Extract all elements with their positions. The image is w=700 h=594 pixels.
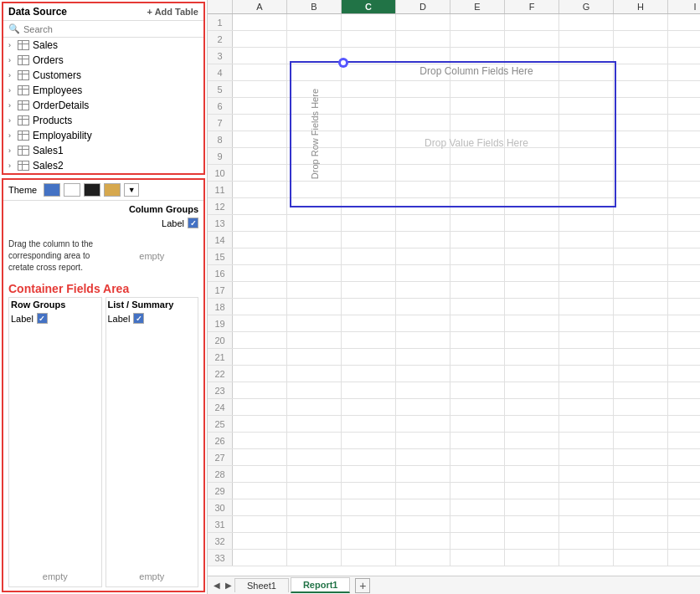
grid-cell[interactable] [614,182,668,197]
grid-cell[interactable] [559,282,614,298]
grid-cell[interactable] [396,14,450,30]
grid-cell[interactable] [668,516,700,532]
grid-cell[interactable] [450,399,505,415]
list-item[interactable]: › Employees [3,83,203,98]
grid-cell[interactable] [505,232,559,248]
grid-cell[interactable] [233,248,287,264]
grid-cell[interactable] [233,31,287,47]
grid-cell[interactable] [559,466,614,482]
grid-cell[interactable] [559,399,614,415]
grid-cell[interactable] [450,516,505,532]
grid-cell[interactable] [233,81,287,97]
grid-cell[interactable] [233,349,287,365]
grid-cell[interactable] [342,31,396,47]
grid-cell[interactable] [450,215,505,231]
grid-cell[interactable] [233,332,287,348]
grid-cell[interactable] [505,349,559,365]
grid-cell[interactable] [559,483,614,499]
grid-cell[interactable] [614,433,668,448]
grid-cell[interactable] [342,416,396,432]
tab-sheet1[interactable]: Sheet1 [234,578,289,592]
grid-cell[interactable] [396,332,450,348]
grid-cell[interactable] [396,265,450,281]
grid-cell[interactable] [505,215,559,231]
grid-cell[interactable] [450,366,505,381]
grid-cell[interactable] [668,48,700,64]
grid-cell[interactable] [614,332,668,348]
grid-cell[interactable] [559,31,614,47]
grid-cell[interactable] [559,248,614,264]
grid-cell[interactable] [614,349,668,365]
grid-cell[interactable] [668,182,700,197]
grid-cell[interactable] [233,182,287,197]
grid-cell[interactable] [342,550,396,566]
grid-cell[interactable] [450,550,505,566]
grid-cell[interactable] [505,332,559,348]
grid-cell[interactable] [233,433,287,448]
grid-cell[interactable] [668,483,700,499]
grid-cell[interactable] [342,315,396,331]
grid-cell[interactable] [614,399,668,415]
grid-cell[interactable] [505,366,559,381]
search-input[interactable] [23,24,198,34]
grid-cell[interactable] [505,466,559,482]
grid-cell[interactable] [287,315,342,331]
grid-cell[interactable] [614,98,668,114]
grid-cell[interactable] [450,433,505,448]
grid-cell[interactable] [287,533,342,549]
grid-cell[interactable] [233,299,287,315]
grid-cell[interactable] [396,31,450,47]
grid-cell[interactable] [668,299,700,315]
grid-cell[interactable] [287,215,342,231]
grid-cell[interactable] [668,466,700,482]
grid-cell[interactable] [450,499,505,515]
col-header-E[interactable]: E [450,0,505,13]
grid-cell[interactable] [668,499,700,515]
grid-cell[interactable] [396,433,450,448]
grid-cell[interactable] [505,299,559,315]
grid-cell[interactable] [505,533,559,549]
list-item[interactable]: › OrderDetails [3,98,203,113]
grid-cell[interactable] [505,14,559,30]
grid-cell[interactable] [668,433,700,448]
grid-cell[interactable] [450,416,505,432]
grid-cell[interactable] [505,31,559,47]
grid-cell[interactable] [614,282,668,298]
grid-cell[interactable] [396,550,450,566]
grid-cell[interactable] [342,232,396,248]
grid-cell[interactable] [342,349,396,365]
grid-cell[interactable] [342,248,396,264]
grid-cell[interactable] [233,449,287,465]
grid-cell[interactable] [668,148,700,164]
grid-cell[interactable] [287,14,342,30]
theme-dropdown-button[interactable]: ▼ [124,183,139,197]
grid-cell[interactable] [287,466,342,482]
grid-cell[interactable] [233,265,287,281]
grid-cell[interactable] [450,299,505,315]
grid-cell[interactable] [614,215,668,231]
grid-cell[interactable] [396,248,450,264]
grid-cell[interactable] [668,81,700,97]
list-item[interactable]: › Employability [3,128,203,143]
grid-cell[interactable] [287,399,342,415]
col-header-G[interactable]: G [559,0,614,13]
grid-cell[interactable] [614,232,668,248]
grid-cell[interactable] [396,315,450,331]
grid-cell[interactable] [614,299,668,315]
grid-cell[interactable] [614,483,668,499]
grid-cell[interactable] [668,215,700,231]
grid-cell[interactable] [668,332,700,348]
grid-cell[interactable] [614,48,668,64]
grid-cell[interactable] [233,48,287,64]
grid-cell[interactable] [233,399,287,415]
grid-cell[interactable] [233,115,287,131]
grid-cell[interactable] [505,499,559,515]
grid-cell[interactable] [233,516,287,532]
grid-cell[interactable] [614,533,668,549]
drop-value-fields-zone[interactable]: Drop Value Fields Here [338,79,615,206]
grid-cell[interactable] [559,550,614,566]
grid-cell[interactable] [614,31,668,47]
grid-cell[interactable] [559,332,614,348]
grid-cell[interactable] [342,332,396,348]
grid-cell[interactable] [342,299,396,315]
